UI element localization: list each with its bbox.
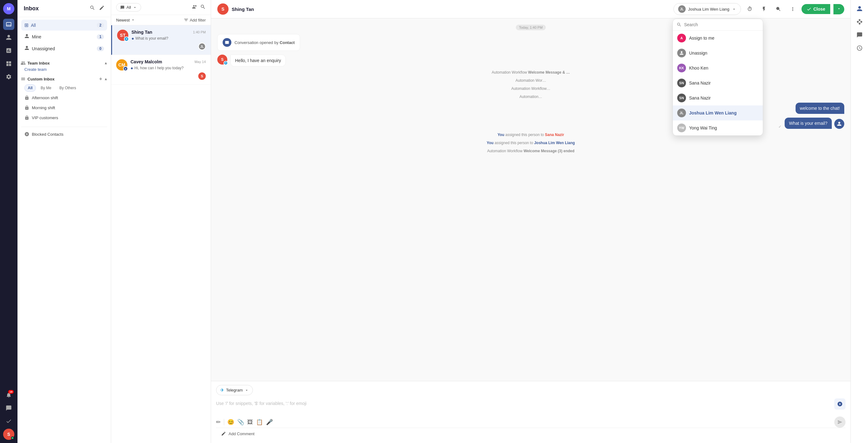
automation-msg-2: Automation Wor… xyxy=(516,78,546,83)
channel-selector[interactable]: All xyxy=(116,3,141,11)
blocked-contacts-item[interactable]: Blocked Contacts xyxy=(21,130,107,139)
nav-icon-reports[interactable] xyxy=(3,45,14,56)
create-team-link[interactable]: Create team xyxy=(21,66,50,73)
nav-icon-contacts[interactable] xyxy=(3,32,14,43)
toolbar-divider xyxy=(224,419,224,425)
msg-check-icon: ✓ xyxy=(778,125,781,129)
newest-label: Newest xyxy=(116,18,130,23)
conv-item-shing-tan[interactable]: ST ✈ Shing Tan 1:40 PM ● What is your em… xyxy=(111,25,211,55)
nav-icon-grid[interactable] xyxy=(3,58,14,69)
nav-icon-chat[interactable] xyxy=(3,403,14,414)
search-chat-icon-btn[interactable] xyxy=(773,3,784,15)
assignment-event-joshua: You assigned this person to Joshua Lim W… xyxy=(217,141,844,145)
conv-preview-shing: What is your email? xyxy=(135,36,168,40)
bolt-icon-btn[interactable] xyxy=(758,3,770,15)
assignee-button[interactable]: JL Joshua Lim Wen Liang xyxy=(674,3,741,15)
conv-search-icon[interactable] xyxy=(200,4,206,11)
divider xyxy=(21,127,107,127)
template-icon[interactable]: 📋 xyxy=(256,419,263,425)
viber-badge: ● xyxy=(123,66,128,71)
assign-you-1: You xyxy=(497,133,504,137)
filter-tab-by-others[interactable]: By Others xyxy=(56,84,79,92)
right-panel-move-icon[interactable] xyxy=(854,16,865,28)
sidebar-header: Inbox xyxy=(18,0,111,17)
chat-input-area: ✈ Telegram Use '/' for snippets, '$' for… xyxy=(211,381,850,443)
nav-icon-inbox[interactable] xyxy=(3,19,14,30)
sidebar-item-all[interactable]: ⊞ All 2 xyxy=(21,20,107,31)
user-avatar[interactable]: S xyxy=(3,429,14,440)
audio-icon[interactable]: 🎤 xyxy=(266,419,273,425)
assign-to-me-label: Assign to me xyxy=(689,36,714,40)
more-icon-btn[interactable] xyxy=(787,3,798,15)
mine-label: Mine xyxy=(32,34,41,39)
telegram-selector[interactable]: ✈ Telegram xyxy=(216,385,253,395)
nav-icon-notifications[interactable]: 19 xyxy=(3,389,14,401)
assign-joshua-name: Joshua Lim Wen Liang xyxy=(534,141,575,145)
unassigned-icon xyxy=(24,45,29,52)
right-panel-clock-icon[interactable] xyxy=(854,42,865,54)
conv-group-icon[interactable] xyxy=(192,4,198,11)
custom-inbox-vip[interactable]: VIP customers xyxy=(21,113,107,122)
custom-inbox-collapse[interactable]: ▲ xyxy=(104,77,108,81)
emoji-icon[interactable]: 😊 xyxy=(227,419,234,425)
image-icon[interactable]: 🖼 xyxy=(247,419,253,425)
assignee-avatar: JL xyxy=(678,5,686,13)
custom-inbox-morning-shift[interactable]: Morning shift xyxy=(21,103,107,112)
send-button[interactable] xyxy=(834,416,845,428)
date-divider: Today, 1:40 PM xyxy=(516,25,546,30)
attachment-icon[interactable]: 📎 xyxy=(237,419,244,425)
filter-tab-by-me[interactable]: By Me xyxy=(37,84,55,92)
nav-icon-tick[interactable] xyxy=(3,415,14,427)
automation-end-msg: Automation Workflow Welcome Message (3) … xyxy=(487,149,575,153)
custom-inbox-add[interactable]: + xyxy=(99,76,102,82)
close-chevron-btn[interactable] xyxy=(833,4,844,14)
sidebar-item-mine[interactable]: Mine 1 xyxy=(21,31,107,42)
right-panel-contact-icon[interactable] xyxy=(854,3,865,14)
automation-msg-3: Automation Workflow… xyxy=(511,87,550,91)
right-panel-whatsapp-icon[interactable] xyxy=(854,29,865,40)
add-comment-bar[interactable]: Add Comment xyxy=(216,428,845,439)
conv-item-cavey[interactable]: CM ● Cavey Malcolm May 14 ● Hi, how can … xyxy=(111,55,211,84)
dropdown-sana-nazir-1[interactable]: SN Sana Nazir xyxy=(673,75,763,91)
conv-time-shing: 1:40 PM xyxy=(193,30,206,34)
filter-tab-all[interactable]: All xyxy=(24,84,36,92)
add-filter-btn[interactable]: Add filter xyxy=(184,18,206,23)
morning-shift-label: Morning shift xyxy=(32,105,55,110)
dropdown-assign-to-me[interactable]: A Assign to me xyxy=(673,31,763,45)
conv-list-header: All xyxy=(111,0,211,15)
automation-msg-4: Automation… xyxy=(520,95,542,99)
message-input[interactable]: Use '/' for snippets, '$' for variables,… xyxy=(216,398,831,414)
nav-icon-settings[interactable] xyxy=(3,71,14,82)
dropdown-search-input[interactable] xyxy=(684,22,759,27)
format-icon[interactable]: ✏ xyxy=(216,419,221,425)
dropdown-khoo-ken[interactable]: KK Khoo Ken xyxy=(673,61,763,75)
conv-avatar-cavey: CM ● xyxy=(116,59,127,70)
assign-sana-name: Sana Nazir xyxy=(545,133,564,137)
unassign-label: Unassign xyxy=(689,50,707,56)
agent-avatar-shing: JL xyxy=(198,43,206,50)
dropdown-unassign[interactable]: Unassign xyxy=(673,45,763,61)
compose-icon[interactable] xyxy=(99,5,104,12)
assignee-name: Joshua Lim Wen Liang xyxy=(688,7,730,11)
newest-selector[interactable]: Newest xyxy=(116,18,135,23)
dropdown-yong[interactable]: YW Yong Wai Ting xyxy=(673,121,763,135)
close-button[interactable]: Close xyxy=(802,4,830,14)
sana-nazir-1-avatar: SN xyxy=(677,79,686,87)
team-inbox-collapse[interactable]: ▲ xyxy=(104,61,108,65)
mine-badge: 1 xyxy=(97,34,104,39)
search-icon[interactable] xyxy=(90,5,95,12)
dropdown-sana-nazir-2[interactable]: SN Sana Nazir xyxy=(673,91,763,105)
custom-inbox-afternoon-shift[interactable]: Afternoon shift xyxy=(21,93,107,102)
custom-inbox-section-header: Custom Inbox + ▲ xyxy=(18,73,111,83)
custom-inbox-label: Custom Inbox xyxy=(28,77,55,81)
sidebar-title: Inbox xyxy=(24,5,39,12)
unassigned-label: Unassigned xyxy=(32,46,55,51)
sidebar-item-unassigned[interactable]: Unassigned 0 xyxy=(21,43,107,54)
telegram-badge: ✈ xyxy=(124,36,129,41)
conv-opened-icon xyxy=(223,38,231,47)
timer-icon-btn[interactable] xyxy=(744,3,755,15)
workspace-avatar[interactable]: M xyxy=(3,3,14,14)
ai-assist-btn[interactable] xyxy=(834,398,845,410)
conv-time-cavey: May 14 xyxy=(194,60,206,64)
dropdown-joshua[interactable]: JL Joshua Lim Wen Liang xyxy=(673,105,763,121)
